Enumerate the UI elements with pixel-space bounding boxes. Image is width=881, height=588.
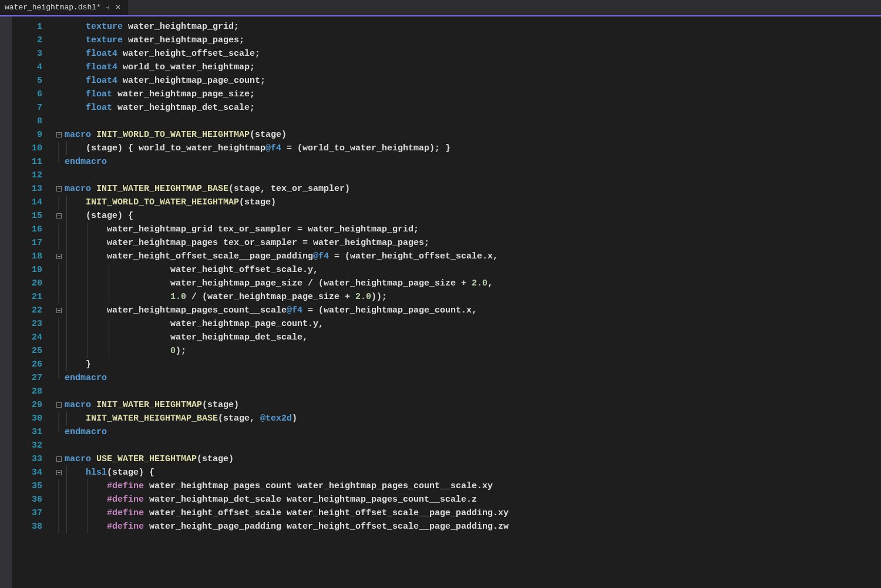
code-line[interactable]: water_height_offset_scale.y, — [65, 263, 881, 277]
code-line[interactable]: macro INIT_WATER_HEIGHTMAP(stage) — [65, 398, 881, 412]
pin-icon[interactable]: ⊣ — [105, 5, 110, 11]
code-line[interactable] — [65, 115, 881, 128]
line-number: 34 — [12, 466, 53, 479]
fold-cell — [53, 142, 65, 155]
code-line[interactable]: water_heightmap_pages tex_or_sampler = w… — [65, 236, 881, 250]
code-line[interactable]: water_heightmap_det_scale, — [65, 331, 881, 344]
code-line[interactable]: float4 water_height_offset_scale; — [65, 47, 881, 61]
code-line[interactable]: water_heightmap_pages_count__scale@f4 = … — [65, 304, 881, 317]
code-line[interactable]: endmacro — [65, 425, 881, 439]
line-number: 3 — [12, 47, 53, 61]
ide-window: water_heightmap.dshl* ⊣ × 12345678910111… — [0, 0, 881, 588]
code-line[interactable]: (stage) { world_to_water_heightmap@f4 = … — [65, 142, 881, 155]
code-line[interactable] — [65, 439, 881, 452]
code-line[interactable]: 1.0 / (water_heightmap_page_size + 2.0))… — [65, 290, 881, 304]
fold-toggle-icon[interactable] — [56, 402, 62, 408]
line-number: 14 — [12, 196, 53, 209]
code-line[interactable]: #define water_heightmap_pages_count wate… — [65, 479, 881, 493]
fold-cell — [53, 371, 65, 385]
line-number: 12 — [12, 169, 53, 182]
code-line[interactable]: macro USE_WATER_HEIGHTMAP(stage) — [65, 452, 881, 466]
fold-cell — [53, 520, 65, 533]
fold-cell — [53, 101, 65, 115]
fold-cell — [53, 398, 65, 412]
code-line[interactable]: float4 world_to_water_heightmap; — [65, 61, 881, 74]
fold-toggle-icon[interactable] — [56, 308, 62, 313]
code-line[interactable]: float water_heightmap_page_size; — [65, 88, 881, 101]
fold-toggle-icon[interactable] — [56, 132, 62, 137]
fold-cell — [53, 344, 65, 358]
line-number: 20 — [12, 277, 53, 290]
line-number: 19 — [12, 263, 53, 277]
line-number: 27 — [12, 371, 53, 385]
code-line[interactable]: #define water_heightmap_det_scale water_… — [65, 493, 881, 506]
code-line[interactable]: texture water_heightmap_pages; — [65, 33, 881, 47]
code-line[interactable]: water_heightmap_page_count.y, — [65, 317, 881, 331]
code-line[interactable] — [65, 385, 881, 398]
code-line[interactable]: #define water_height_offset_scale water_… — [65, 506, 881, 520]
fold-cell — [53, 115, 65, 128]
code-line[interactable]: hlsl(stage) { — [65, 466, 881, 479]
code-editor[interactable]: 1234567891011121314151617181920212223242… — [0, 16, 881, 588]
fold-toggle-icon[interactable] — [56, 213, 62, 219]
fold-toggle-icon[interactable] — [56, 254, 62, 259]
code-line[interactable]: water_heightmap_grid tex_or_sampler = wa… — [65, 223, 881, 236]
fold-cell — [53, 128, 65, 142]
code-line[interactable]: endmacro — [65, 371, 881, 385]
file-tab[interactable]: water_heightmap.dshl* ⊣ × — [0, 0, 127, 15]
line-number: 7 — [12, 101, 53, 115]
fold-cell — [53, 182, 65, 196]
line-number: 37 — [12, 506, 53, 520]
code-line[interactable]: (stage) { — [65, 209, 881, 223]
close-icon[interactable]: × — [114, 4, 122, 12]
fold-toggle-icon[interactable] — [56, 470, 62, 475]
line-number: 23 — [12, 317, 53, 331]
code-line[interactable]: endmacro — [65, 155, 881, 169]
line-number: 6 — [12, 88, 53, 101]
code-area[interactable]: texture water_heightmap_grid;texture wat… — [65, 16, 881, 588]
line-number: 18 — [12, 250, 53, 263]
fold-cell — [53, 317, 65, 331]
fold-toggle-icon[interactable] — [56, 186, 62, 191]
line-number: 4 — [12, 61, 53, 74]
code-line[interactable]: macro INIT_WATER_HEIGHTMAP_BASE(stage, t… — [65, 182, 881, 196]
fold-cell — [53, 61, 65, 74]
line-number-gutter: 1234567891011121314151617181920212223242… — [12, 16, 53, 588]
fold-cell — [53, 209, 65, 223]
line-number: 17 — [12, 236, 53, 250]
line-number: 16 — [12, 223, 53, 236]
fold-cell — [53, 425, 65, 439]
fold-cell — [53, 358, 65, 371]
code-line[interactable]: float4 water_heightmap_page_count; — [65, 74, 881, 88]
code-line[interactable]: water_height_offset_scale__page_padding@… — [65, 250, 881, 263]
line-number: 24 — [12, 331, 53, 344]
fold-cell — [53, 452, 65, 466]
fold-toggle-icon[interactable] — [56, 456, 62, 462]
line-number: 15 — [12, 209, 53, 223]
line-number: 29 — [12, 398, 53, 412]
fold-cell — [53, 47, 65, 61]
line-number: 1 — [12, 20, 53, 33]
fold-cell — [53, 385, 65, 398]
fold-column — [53, 16, 65, 588]
fold-cell — [53, 263, 65, 277]
code-line[interactable]: 0); — [65, 344, 881, 358]
fold-cell — [53, 169, 65, 182]
fold-cell — [53, 331, 65, 344]
code-line[interactable]: texture water_heightmap_grid; — [65, 20, 881, 33]
code-line[interactable]: float water_heightmap_det_scale; — [65, 101, 881, 115]
code-line[interactable]: INIT_WATER_HEIGHTMAP_BASE(stage, @tex2d) — [65, 412, 881, 425]
fold-cell — [53, 466, 65, 479]
code-line[interactable]: } — [65, 358, 881, 371]
code-line[interactable]: macro INIT_WORLD_TO_WATER_HEIGHTMAP(stag… — [65, 128, 881, 142]
code-line[interactable]: INIT_WORLD_TO_WATER_HEIGHTMAP(stage) — [65, 196, 881, 209]
tab-bar: water_heightmap.dshl* ⊣ × — [0, 0, 881, 15]
fold-cell — [53, 88, 65, 101]
code-line[interactable] — [65, 169, 881, 182]
line-number: 5 — [12, 74, 53, 88]
line-number: 30 — [12, 412, 53, 425]
code-line[interactable]: #define water_height_page_padding water_… — [65, 520, 881, 533]
line-number: 21 — [12, 290, 53, 304]
code-line[interactable]: water_heightmap_page_size / (water_heigh… — [65, 277, 881, 290]
line-number: 28 — [12, 385, 53, 398]
